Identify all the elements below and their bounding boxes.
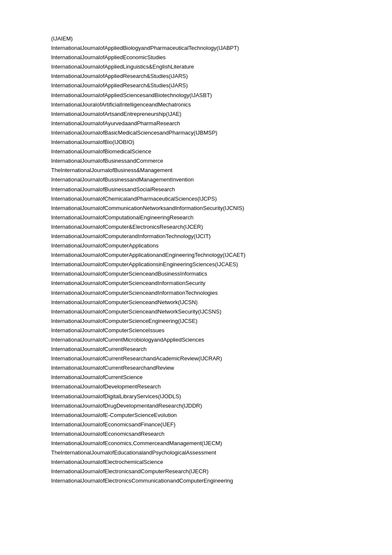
journal-title: InternationalJournalofE-ComputerScienceE… [51, 412, 177, 418]
journal-title: InternationalJournalofComputer&Electroni… [51, 224, 203, 230]
list-item: (IJAIEM) [51, 34, 392, 43]
list-item: InternationalJournalofAppliedResearch&St… [51, 72, 392, 81]
list-item: TheInternationalJournalofEducationalandP… [51, 448, 392, 457]
list-item: InternationalJournalofArtsandEntrepreneu… [51, 109, 392, 119]
journal-title: InternationalJournalofDevelopmentResearc… [51, 383, 161, 390]
journal-title: InternationalJournalofAppliedLinguistics… [51, 63, 194, 70]
journal-title: InternationalJournalofCurrentResearch [51, 346, 147, 352]
list-item: InternationalJournalofCurrentResearchand… [51, 363, 392, 373]
list-item: InternationalJournalofAppliedLinguistics… [51, 62, 392, 72]
journal-title: InternationalJournalofDrugDevelopmentand… [51, 403, 202, 409]
list-item: InternationalJournalofElectronicsandComp… [51, 467, 392, 476]
journal-title: InternationalJournalofCurrentResearchand… [51, 355, 222, 362]
journal-title: InternationalJournalofComputerApplicatio… [51, 242, 159, 249]
list-item: TheInternationalJournalofBusiness&Manage… [51, 166, 392, 175]
list-item: InternationalJournalofBio(IJOBIO) [51, 138, 392, 147]
list-item: InternationalJournalofBusinessandCommerc… [51, 156, 392, 166]
list-item: InternationalJournalofComputerScienceand… [51, 307, 392, 316]
journal-title: TheInternationalJournalofEducationalandP… [51, 449, 216, 456]
list-item: InternationalJournalofComputer&Electroni… [51, 222, 392, 232]
list-item: InternationalJournalofEconomicsandResear… [51, 429, 392, 439]
list-item: InternationalJournalofChemicalandPharmac… [51, 194, 392, 204]
list-item: InternationalJournalofEconomicsandFinanc… [51, 420, 392, 429]
journal-title: (IJAIEM) [51, 35, 73, 42]
journal-title: InternationalJournalofComputerScienceand… [51, 299, 198, 305]
list-item: InternationalJournalofDevelopmentResearc… [51, 382, 392, 391]
list-item: InternationalJournalofComputerApplicatio… [51, 241, 392, 250]
list-item: InternationalJournalofElectrochemicalSci… [51, 457, 392, 467]
journal-title: InternationalJournalofComputerandInforma… [51, 233, 210, 239]
journal-title: InternationalJournalofCurrentScience [51, 374, 143, 380]
list-item: InternationalJournalofComputationalEngin… [51, 213, 392, 222]
list-item: InternationalJournalofComputerScienceand… [51, 288, 392, 298]
journal-title: InternationalJournalofComputerScienceIss… [51, 327, 164, 334]
list-item: InternationalJournalofAppliedSciencesand… [51, 91, 392, 100]
list-item: InternationalJournalofE-ComputerScienceE… [51, 411, 392, 420]
list-item: InternationalJournalofBasicMedicalScienc… [51, 128, 392, 138]
journal-title: InternationalJournalofComputerScienceand… [51, 308, 222, 315]
journal-title: TheInternationalJournalofBusiness&Manage… [51, 167, 173, 173]
journal-title: InternationalJournalofAppliedResearch&St… [51, 82, 188, 89]
journal-title: InternationalJournalofElectronicsandComp… [51, 468, 208, 474]
list-item: InternationalJournalofComputerScienceand… [51, 279, 392, 288]
list-item: InternationalJournalofAyurvedaandPharmaR… [51, 119, 392, 128]
journal-title: InternationalJournalofAppliedSciencesand… [51, 92, 212, 98]
list-item: InternationalJournalofEconomics,Commerce… [51, 439, 392, 448]
journal-title: InternationalJournalofComputerApplicatio… [51, 252, 245, 258]
journal-title: InternationalJournalofComputerScienceEng… [51, 318, 197, 324]
list-item: InternationalJournalofAppliedEconomicStu… [51, 53, 392, 62]
list-item: InternationalJournalofComputerScienceIss… [51, 326, 392, 335]
list-item: InternationalJournalofCurrentResearch [51, 345, 392, 354]
journal-title: InternationalJournalofCurrentResearchand… [51, 365, 174, 371]
journal-title: InternationalJournalofEconomicsandResear… [51, 431, 164, 437]
list-item: InternationalJournalofComputerScienceand… [51, 269, 392, 279]
list-item: InternationalJournalofAppliedResearch&St… [51, 81, 392, 90]
list-item: InternationalJournalofCurrentMicrobiolog… [51, 335, 392, 345]
journal-title: InternationalJournalofAyurvedaandPharmaR… [51, 120, 180, 127]
journal-title: InternationalJournalofBusinessandSocialR… [51, 186, 175, 193]
journal-title: InternationalJournalofChemicalandPharmac… [51, 196, 217, 202]
list-item: InternationalJournalofComputerScienceand… [51, 298, 392, 307]
journal-title: InternationalJournalofBusinessandCommerc… [51, 158, 163, 164]
journal-title: InternationalJournalofComputerApplicatio… [51, 261, 238, 267]
journal-title: InternationalJournalofBiomedicalScience [51, 148, 151, 155]
journal-title: InternationalJournalofCurrentMicrobiolog… [51, 336, 204, 343]
journal-title: InternationalJournalofBasicMedicalScienc… [51, 129, 217, 136]
list-item: InternationalJournalofElectronicsCommuni… [51, 476, 392, 486]
list-item: InternationalJournalofComputerApplicatio… [51, 260, 392, 269]
journal-title: InternationalJournalofCommunicationNetwo… [51, 205, 244, 211]
journal-title: InternationalJournalofBussinessandManage… [51, 176, 194, 183]
journal-title: InternationalJournalofEconomics,Commerce… [51, 440, 222, 446]
list-item: InternationalJournalofBussinessandManage… [51, 175, 392, 184]
journal-title: InternationalJournalofElectronicsCommuni… [51, 477, 233, 484]
list-item: InternationalJournalofCurrentScience [51, 373, 392, 382]
journal-title: InternationalJournalofComputerScienceand… [51, 280, 205, 286]
journal-title: InternationalJournalofDigitalLibraryServ… [51, 393, 181, 400]
journal-title: InternationalJouralofArtificialIntellige… [51, 101, 191, 108]
journal-title: InternationalJournalofAppliedEconomicStu… [51, 54, 166, 60]
list-item: InternationalJournalofBiomedicalScience [51, 147, 392, 156]
journal-title: InternationalJournalofAppliedBiologyandP… [51, 45, 239, 51]
list-item: InternationalJournalofComputerApplicatio… [51, 250, 392, 260]
journal-title: InternationalJournalofEconomicsandFinanc… [51, 421, 176, 428]
journal-title: InternationalJournalofElectrochemicalSci… [51, 459, 163, 465]
journal-title: InternationalJournalofComputerScienceand… [51, 290, 218, 296]
list-item: InternationalJournalofBusinessandSocialR… [51, 185, 392, 194]
list-item: InternationalJournalofCurrentResearchand… [51, 354, 392, 363]
journal-title: InternationalJournalofBio(IJOBIO) [51, 139, 134, 145]
journal-title: InternationalJournalofArtsandEntrepreneu… [51, 111, 182, 117]
list-item: InternationalJouralofArtificialIntellige… [51, 100, 392, 109]
journal-list: (IJAIEM)InternationalJournalofAppliedBio… [51, 34, 392, 486]
list-item: InternationalJournalofDrugDevelopmentand… [51, 401, 392, 411]
journal-title: InternationalJournalofComputationalEngin… [51, 214, 193, 221]
list-item: InternationalJournalofCommunicationNetwo… [51, 204, 392, 213]
list-item: InternationalJournalofDigitalLibraryServ… [51, 392, 392, 401]
list-item: InternationalJournalofComputerandInforma… [51, 232, 392, 241]
list-item: InternationalJournalofAppliedBiologyandP… [51, 43, 392, 53]
journal-title: InternationalJournalofAppliedResearch&St… [51, 73, 188, 79]
list-item: InternationalJournalofComputerScienceEng… [51, 316, 392, 326]
journal-title: InternationalJournalofComputerScienceand… [51, 270, 207, 277]
